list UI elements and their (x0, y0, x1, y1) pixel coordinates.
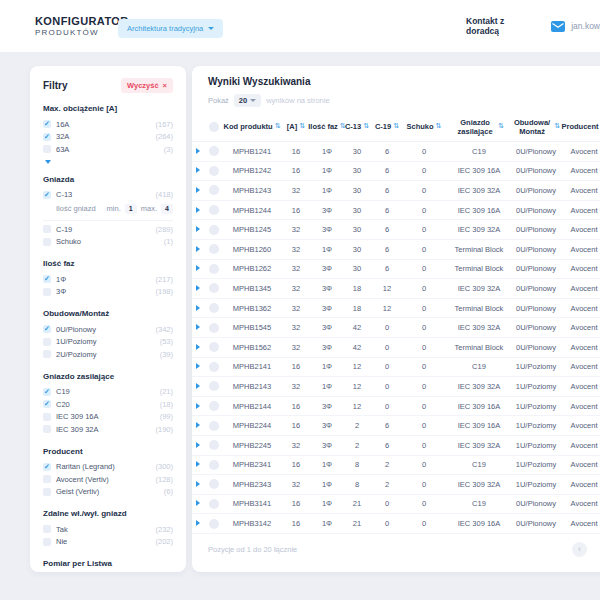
row-expander-icon[interactable] (196, 265, 200, 271)
show-more-chevron-icon[interactable] (45, 160, 51, 164)
expander-cell[interactable] (192, 480, 204, 489)
expander-cell[interactable] (192, 245, 204, 254)
checkbox-icon[interactable] (43, 238, 51, 246)
table-row[interactable]: MPHB1562323Φ4200Terminal Block0U/Pionowy… (192, 338, 600, 358)
row-checkbox[interactable] (209, 303, 219, 313)
row-expander-icon[interactable] (196, 344, 200, 350)
row-checkbox[interactable] (209, 166, 219, 176)
row-checkbox[interactable] (209, 205, 219, 215)
sort-icon[interactable]: ⇅ (299, 122, 305, 130)
filter-option[interactable]: Avocent (Vertiv)(128) (43, 473, 173, 486)
column-header[interactable]: C-19⇅ (372, 122, 402, 131)
checkbox-icon[interactable] (43, 525, 51, 533)
checkbox-cell[interactable] (204, 264, 224, 274)
contact-advisor-link[interactable]: Kontakt z doradcą (466, 16, 534, 36)
filter-option[interactable]: ✓C-13(418) (43, 189, 173, 202)
checkbox-icon[interactable] (43, 145, 51, 153)
logo[interactable]: KONFIGURATOR PRODUKTÓW (35, 15, 129, 37)
filter-option[interactable]: ✓32A(264) (43, 131, 173, 144)
table-row[interactable]: MPHB2244163Φ260IEC 309 16A1U/PoziomyAvoc… (192, 416, 600, 436)
table-row[interactable]: MPHB2144163Φ1200IEC 309 16A1U/PoziomyAvo… (192, 397, 600, 417)
row-checkbox[interactable] (209, 499, 219, 509)
table-row[interactable]: MPHB3142161Φ2100IEC 309 16A0U/PionowyAvo… (192, 514, 600, 534)
checkbox-icon[interactable] (43, 350, 51, 358)
checkbox-cell[interactable] (204, 499, 224, 509)
checkbox-checked-icon[interactable]: ✓ (43, 388, 51, 396)
column-header[interactable]: Gniazdo zasilające⇅ (446, 118, 512, 136)
table-row[interactable]: MPHB1244163Φ3060IEC 309 16A0U/PionowyAvo… (192, 201, 600, 221)
table-row[interactable]: MPHB1242161Φ3060IEC 309 16A0U/PionowyAvo… (192, 162, 600, 182)
table-row[interactable]: MPHB1262323Φ3060Terminal Block0U/Pionowy… (192, 260, 600, 280)
table-row[interactable]: MPHB2245323Φ260IEC 309 32A1U/PoziomyAvoc… (192, 436, 600, 456)
row-expander-icon[interactable] (196, 148, 200, 154)
row-checkbox[interactable] (209, 440, 219, 450)
expander-cell[interactable] (192, 421, 204, 430)
checkbox-icon[interactable] (43, 338, 51, 346)
row-checkbox[interactable] (209, 146, 219, 156)
checkbox-cell[interactable] (204, 323, 224, 333)
clear-filters-button[interactable]: Wyczyść × (121, 78, 173, 93)
expander-cell[interactable] (192, 402, 204, 411)
filter-option[interactable]: ✓16A(167) (43, 118, 173, 131)
row-expander-icon[interactable] (196, 226, 200, 232)
row-expander-icon[interactable] (196, 520, 200, 526)
checkbox-checked-icon[interactable]: ✓ (43, 325, 51, 333)
table-row[interactable]: MPHB2343321Φ820IEC 309 32A1U/PoziomyAvoc… (192, 475, 600, 495)
table-row[interactable]: MPHB2141161Φ1200C191U/PoziomyAvocent (192, 358, 600, 378)
checkbox-icon[interactable] (43, 475, 51, 483)
row-expander-icon[interactable] (196, 422, 200, 428)
expander-cell[interactable] (192, 284, 204, 293)
min-input[interactable]: 1 (125, 204, 137, 214)
table-row[interactable]: MPHB2143321Φ1200IEC 309 32A1U/PoziomyAvo… (192, 377, 600, 397)
row-expander-icon[interactable] (196, 246, 200, 252)
table-row[interactable]: MPHB1241161Φ3060C190U/PionowyAvocent (192, 142, 600, 162)
checkbox-checked-icon[interactable]: ✓ (43, 120, 51, 128)
checkbox-checked-icon[interactable]: ✓ (43, 275, 51, 283)
checkbox-checked-icon[interactable]: ✓ (43, 400, 51, 408)
filter-option[interactable]: IEC 309 32A(190) (43, 423, 173, 436)
row-checkbox[interactable] (209, 460, 219, 470)
sort-icon[interactable]: ⇅ (363, 122, 369, 130)
row-expander-icon[interactable] (196, 285, 200, 291)
table-row[interactable]: MPHB1243321Φ3060IEC 309 32A0U/PionowyAvo… (192, 181, 600, 201)
row-checkbox[interactable] (209, 479, 219, 489)
checkbox-cell[interactable] (204, 381, 224, 391)
expander-cell[interactable] (192, 362, 204, 371)
table-row[interactable]: MPHB3141161Φ2100C190U/PionowyAvocent (192, 495, 600, 515)
checkbox-cell[interactable] (204, 244, 224, 254)
column-header[interactable]: Ilość faz⇅ (312, 122, 342, 131)
checkbox-cell[interactable] (204, 205, 224, 215)
column-header[interactable]: Obudowa/​Montaż⇅ (512, 118, 560, 136)
checkbox-cell[interactable] (204, 146, 224, 156)
filter-option[interactable]: ✓1Φ(217) (43, 273, 173, 286)
expander-cell[interactable] (192, 264, 204, 273)
checkbox-checked-icon[interactable]: ✓ (43, 463, 51, 471)
row-checkbox[interactable] (209, 283, 219, 293)
row-expander-icon[interactable] (196, 167, 200, 173)
expander-cell[interactable] (192, 225, 204, 234)
filter-option[interactable]: 63A(3) (43, 143, 173, 156)
row-checkbox[interactable] (209, 225, 219, 235)
row-expander-icon[interactable] (196, 403, 200, 409)
checkbox-cell[interactable] (204, 166, 224, 176)
row-checkbox[interactable] (209, 264, 219, 274)
table-row[interactable]: MPHB1245323Φ3060IEC 309 32A0U/PionowyAvo… (192, 220, 600, 240)
row-checkbox[interactable] (209, 381, 219, 391)
filter-option[interactable]: 2U/Poziomy(39) (43, 348, 173, 361)
checkbox-cell[interactable] (204, 460, 224, 470)
filter-option[interactable]: ✓C20(18) (43, 398, 173, 411)
filter-option[interactable]: ✓C19(21) (43, 386, 173, 399)
row-expander-icon[interactable] (196, 324, 200, 330)
expander-cell[interactable] (192, 343, 204, 352)
table-row[interactable]: MPHB1260321Φ3060Terminal Block0U/Pionowy… (192, 240, 600, 260)
filter-option[interactable]: Geist (Vertiv)(6) (43, 486, 173, 499)
checkbox-icon[interactable] (43, 413, 51, 421)
row-expander-icon[interactable] (196, 481, 200, 487)
checkbox-cell[interactable] (204, 283, 224, 293)
expander-cell[interactable] (192, 460, 204, 469)
row-expander-icon[interactable] (196, 363, 200, 369)
checkbox-cell[interactable] (204, 401, 224, 411)
row-checkbox[interactable] (209, 342, 219, 352)
row-expander-icon[interactable] (196, 461, 200, 467)
sort-icon[interactable]: ⇅ (498, 122, 504, 130)
